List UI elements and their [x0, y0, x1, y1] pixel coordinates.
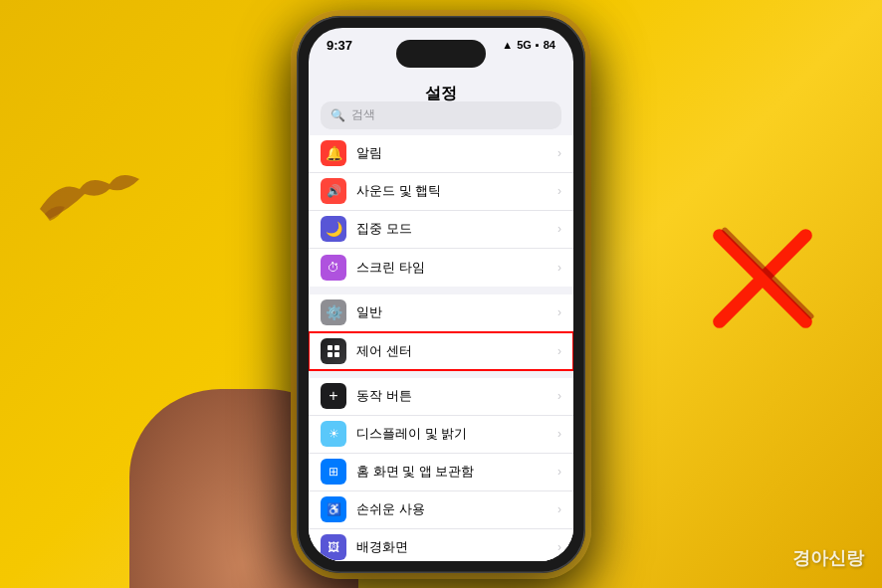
accessibility-chevron: › [557, 502, 561, 516]
search-placeholder: 검색 [351, 106, 375, 123]
accessibility-label: 손쉬운 사용 [356, 500, 557, 518]
controlcenter-label: 제어 센터 [356, 342, 557, 360]
phone-body: 9:37 ▲ 5G ▪ 84 설정 🔍 검색 🔔 [297, 16, 585, 573]
sound-label: 사운드 및 햅틱 [356, 182, 557, 200]
sound-icon: 🔊 [321, 178, 346, 204]
settings-item-general[interactable]: ⚙️ 일반 › [309, 294, 573, 332]
screentime-chevron: › [557, 261, 561, 275]
homescreen-icon: ⊞ [321, 459, 346, 485]
network-label: 5G [517, 39, 532, 51]
action-icon: + [321, 383, 346, 409]
phone: 9:37 ▲ 5G ▪ 84 설정 🔍 검색 🔔 [297, 16, 585, 573]
settings-item-accessibility[interactable]: ♿ 손쉬운 사용 › [309, 491, 573, 529]
wallpaper-label: 배경화면 [356, 538, 557, 556]
wallpaper-icon: 🖼 [321, 534, 346, 560]
settings-item-homescreen[interactable]: ⊞ 홈 화면 및 앱 보관함 › [309, 454, 573, 491]
settings-list: 🔔 알림 › 🔊 사운드 및 햅틱 › 🌙 집중 모드 › [309, 135, 573, 561]
display-icon: ☀ [321, 421, 346, 447]
search-icon: 🔍 [331, 108, 345, 122]
general-icon: ⚙️ [321, 299, 346, 325]
screentime-icon: ⏱ [321, 255, 346, 281]
homescreen-label: 홈 화면 및 앱 보관함 [356, 463, 557, 481]
settings-section-2: ⚙️ 일반 › 제어 센터 › [309, 294, 573, 370]
settings-item-action[interactable]: + 동작 버튼 › [309, 378, 573, 416]
search-bar[interactable]: 🔍 검색 [321, 101, 561, 129]
svg-rect-1 [334, 345, 339, 350]
controlcenter-icon [321, 338, 346, 364]
signal-icon: ▲ [502, 39, 513, 51]
svg-rect-0 [328, 345, 332, 350]
status-icons: ▲ 5G ▪ 84 [502, 36, 555, 51]
alarm-chevron: › [557, 146, 561, 160]
homescreen-chevron: › [557, 465, 561, 479]
alarm-icon: 🔔 [321, 140, 346, 166]
screentime-label: 스크린 타임 [356, 259, 557, 277]
bird-decoration [30, 159, 149, 239]
watermark: 경아신랑 [792, 546, 864, 570]
action-label: 동작 버튼 [356, 387, 557, 405]
sound-chevron: › [557, 184, 561, 198]
settings-item-screentime[interactable]: ⏱ 스크린 타임 › [309, 249, 573, 287]
dynamic-island [396, 40, 486, 68]
svg-rect-3 [334, 352, 339, 357]
settings-item-display[interactable]: ☀ 디스플레이 및 밝기 › [309, 416, 573, 454]
battery-icon: ▪ [536, 39, 540, 51]
general-label: 일반 [356, 303, 557, 321]
battery-level: 84 [544, 39, 555, 51]
focus-icon: 🌙 [321, 216, 346, 242]
status-time: 9:37 [327, 36, 352, 53]
settings-item-wallpaper[interactable]: 🖼 배경화면 › [309, 529, 573, 561]
settings-item-controlcenter[interactable]: 제어 센터 › [309, 332, 573, 370]
general-chevron: › [557, 305, 561, 319]
display-chevron: › [557, 427, 561, 441]
accessibility-icon: ♿ [321, 496, 346, 522]
settings-section-3: + 동작 버튼 › ☀ 디스플레이 및 밝기 › ⊞ 홈 화면 및 앱 보관함 … [309, 378, 573, 561]
settings-section-1: 🔔 알림 › 🔊 사운드 및 햅틱 › 🌙 집중 모드 › [309, 135, 573, 287]
svg-rect-2 [328, 352, 332, 357]
settings-item-sound[interactable]: 🔊 사운드 및 햅틱 › [309, 173, 573, 211]
settings-item-focus[interactable]: 🌙 집중 모드 › [309, 211, 573, 249]
focus-chevron: › [557, 222, 561, 236]
wallpaper-chevron: › [557, 540, 561, 554]
phone-screen: 9:37 ▲ 5G ▪ 84 설정 🔍 검색 🔔 [309, 28, 573, 561]
display-label: 디스플레이 및 밝기 [356, 425, 557, 443]
action-chevron: › [557, 389, 561, 403]
focus-label: 집중 모드 [356, 220, 557, 238]
alarm-label: 알림 [356, 144, 557, 162]
controlcenter-chevron: › [557, 344, 561, 358]
settings-item-alarm[interactable]: 🔔 알림 › [309, 135, 573, 173]
